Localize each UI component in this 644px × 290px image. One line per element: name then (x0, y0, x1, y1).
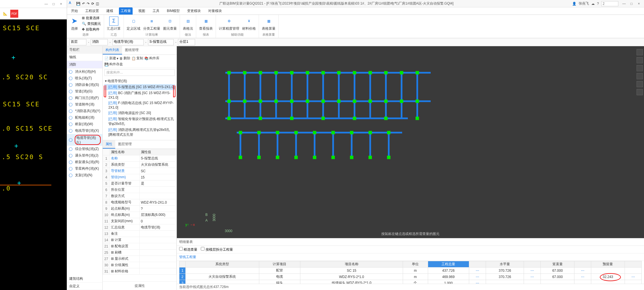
precision-button[interactable]: ⚙计算精度管理 (219, 17, 239, 31)
tree-item[interactable]: [已用] 消防进线,两根埋式五孔管φ28x5孔 [两根埋式五孔管 (104, 127, 175, 138)
pipe-node[interactable] (243, 71, 246, 74)
raise-property-button[interactable]: 提属性 (103, 281, 177, 290)
tree-root[interactable]: ▾ 电缆导管(消) (104, 78, 175, 84)
ribbon-tab[interactable]: 开始 (69, 7, 80, 15)
header-search-input[interactable] (601, 1, 618, 6)
result-row[interactable]: 3端头线缆端头 WDZ-RYS-2*1.0个1.000⋯ (179, 280, 642, 284)
result-cell[interactable]: ⋯ (524, 274, 541, 280)
pipe-node[interactable] (350, 156, 353, 159)
app-min-button[interactable]: — (621, 2, 627, 6)
tab-layer-manage[interactable]: 图层管理 (115, 140, 135, 149)
pipe-node[interactable] (227, 71, 231, 74)
property-row[interactable]: 30⊞ 分组属性 (103, 262, 177, 268)
property-row[interactable]: 6所在位置 (103, 187, 177, 193)
pdf-doc-icon[interactable]: PDF (10, 10, 18, 18)
property-row[interactable]: 1名称S-报警总线 (103, 155, 177, 162)
ribbon-tab-active[interactable]: 工程量 (119, 7, 133, 15)
ribbon-tab[interactable]: 建模 (105, 7, 115, 15)
property-row[interactable]: 25⊞ 刷槽 (103, 250, 177, 256)
nav-item[interactable]: ◯配电箱柜(消) (67, 114, 102, 121)
pipe-node[interactable] (257, 131, 261, 134)
qat-sync-icon[interactable]: ⟳ (91, 2, 94, 6)
qat-save-icon[interactable]: 💾 (76, 2, 80, 6)
user-name[interactable]: 张燕飞 (579, 1, 589, 6)
vtool-1[interactable] (637, 49, 643, 55)
prop-value[interactable] (139, 243, 176, 250)
nav-item[interactable]: ◯零星构件(消)(K) (67, 165, 102, 172)
pipe-node[interactable] (276, 156, 279, 159)
result-row[interactable]: 2火灾自动报警系统电缆WDZ-RYS-2*1.0m469.969⋯370.726… (179, 274, 642, 280)
vtool-5[interactable] (637, 81, 643, 87)
opt-box-select[interactable]: 框选查量 (179, 247, 197, 252)
nav-section[interactable]: 建筑结构 (67, 275, 102, 283)
pipe-node[interactable] (259, 117, 262, 120)
ribbon-tab[interactable]: 变更模块 (185, 7, 202, 15)
nav-item[interactable]: ◯通头管件(消)(J) (67, 152, 102, 159)
prop-value[interactable]: 电缆导管(消) (139, 224, 176, 231)
prop-value[interactable] (139, 250, 176, 256)
nav-item[interactable]: ◯管道附件(消) (67, 101, 102, 108)
save-comp-button[interactable]: 💾构件存盘 (104, 62, 123, 67)
nav-item[interactable]: ◯阀门法兰(消)(F) (67, 95, 102, 101)
pipe-node[interactable] (387, 131, 390, 134)
nav-item[interactable]: ◯电缆导管(消)(L) (67, 134, 102, 146)
pipe-segment[interactable] (385, 72, 387, 117)
pipe-node[interactable] (321, 117, 325, 120)
pdf-max-button[interactable]: □ (50, 2, 57, 6)
pipe-node[interactable] (321, 71, 325, 74)
pipe-segment[interactable] (369, 72, 371, 117)
prop-value[interactable]: 层顶标高(6.000) (139, 212, 176, 218)
pipe-node[interactable] (337, 100, 341, 103)
major-dropdown[interactable]: 消防 (91, 39, 108, 45)
pipe-node[interactable] (368, 100, 372, 103)
pipe-node[interactable] (239, 156, 242, 159)
find-element-button[interactable]: 🔍查找图元 (82, 21, 101, 26)
prop-value[interactable]: WDZ-RYS-2X1.0 (139, 199, 176, 206)
nav-item[interactable]: ◯管道(消)(G) (67, 88, 102, 95)
pipe-node[interactable] (290, 71, 293, 74)
result-cell[interactable]: ⋯ (469, 267, 486, 274)
prop-value[interactable]: ? (139, 206, 176, 212)
ellipsis-button[interactable]: ⋯ (581, 269, 584, 273)
vtool-4[interactable] (637, 73, 643, 79)
pipe-segment[interactable] (322, 72, 324, 117)
pipe-segment[interactable] (225, 117, 408, 119)
result-row[interactable]: 1配管SC 15m437.726⋯370.726⋯67.000⋯ (179, 267, 642, 274)
app-close-button[interactable]: × (635, 2, 642, 6)
ellipsis-button[interactable]: ⋯ (476, 275, 479, 279)
prop-value[interactable] (139, 237, 176, 243)
pipe-node[interactable] (331, 131, 335, 134)
pipe-node[interactable] (384, 117, 388, 120)
pipe-node[interactable] (259, 71, 262, 74)
pipe-node[interactable] (353, 100, 356, 103)
new-button[interactable]: 📄新建▾ (104, 56, 118, 61)
pick-component-button[interactable]: ✥拾取构件 (82, 27, 101, 32)
pipe-node[interactable] (416, 117, 419, 120)
ribbon-tab[interactable]: 工程设置 (84, 7, 101, 15)
ellipsis-button[interactable]: ⋯ (530, 269, 534, 273)
pipe-segment[interactable] (275, 72, 277, 117)
qat-redo-icon[interactable]: ↷ (87, 2, 90, 6)
pipe-node[interactable] (384, 71, 388, 74)
ellipsis-button[interactable]: ⋯ (631, 275, 635, 279)
nav-item[interactable]: ◯桥架(消)(W) (67, 121, 102, 127)
pipe-node[interactable] (294, 156, 298, 159)
batch-select-button[interactable]: ⊞批量选择 (82, 16, 101, 21)
property-row[interactable]: 3导管材质SC (103, 168, 177, 174)
ribbon-tab[interactable]: BIM模型 (165, 7, 181, 15)
pipe-node[interactable] (416, 100, 419, 103)
pdf-min-button[interactable]: — (43, 2, 50, 6)
pipe-node[interactable] (227, 100, 231, 103)
summary-button[interactable]: Σ汇总计算 (107, 17, 121, 31)
pipe-segment[interactable] (354, 72, 355, 117)
nav-item[interactable]: ◯喷头(消)(T) (67, 75, 102, 82)
pipe-node[interactable] (350, 131, 353, 134)
pipe-segment[interactable] (416, 72, 418, 117)
sub-dropdown[interactable]: S-报警总线 (148, 39, 174, 45)
viewport[interactable]: A B 3000 3000 y↑ →x 按鼠标左键点选或框选所需查量的图元 (177, 46, 644, 238)
tab-properties[interactable]: 属性 (103, 140, 115, 149)
prop-value[interactable] (139, 256, 176, 262)
nav-item[interactable]: ◯消防设备(消)(S) (67, 82, 102, 88)
property-row[interactable]: 5是否计量导管是 (103, 181, 177, 187)
pipe-node[interactable] (400, 100, 403, 103)
